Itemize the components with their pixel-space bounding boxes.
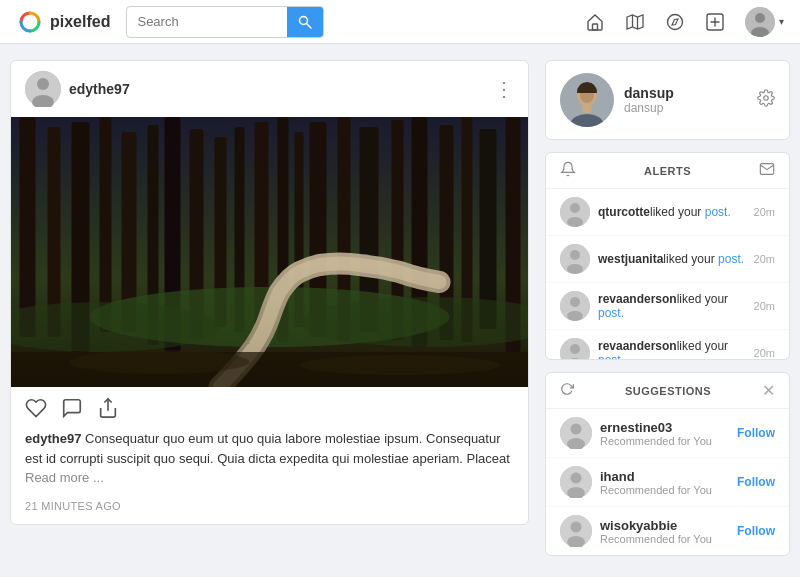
post-header: edythe97 ⋮ [11,61,528,117]
post-timestamp: 21 MINUTES AGO [11,496,528,524]
profile-handle: dansup [624,101,747,115]
svg-rect-17 [20,117,36,337]
search-input[interactable] [127,14,287,29]
search-button[interactable] [287,6,323,38]
search-icon [298,15,312,29]
pixelfed-logo [16,8,44,36]
nav-user-menu[interactable]: ▾ [745,7,784,37]
alert-item: qturcotteliked your post. 20m [546,189,789,236]
suggestion-name: ihand [600,469,729,484]
right-panel: dansup dansup ALERTS [545,60,790,556]
alert-item: revaandersonliked your post. 20m [546,283,789,330]
suggestion-item: wisokyabbie Recommended for You Follow [546,507,789,555]
alert-time: 20m [754,253,775,265]
alert-item: westjuanitaliked your post. 20m [546,236,789,283]
comment-button[interactable] [61,397,83,419]
svg-point-71 [571,522,582,533]
suggestion-avatar [560,417,592,449]
feed-column: edythe97 ⋮ [10,60,529,525]
suggestion-info: ihand Recommended for You [600,469,729,496]
alert-text: revaandersonliked your post. [598,292,746,320]
brand: pixelfed [16,8,110,36]
suggestion-sub: Recommended for You [600,484,729,496]
alert-text: revaandersonliked your post. [598,339,746,359]
suggestion-name: wisokyabbie [600,518,729,533]
svg-point-54 [567,217,583,227]
suggestion-item: ernestine03 Recommended for You Follow [546,409,789,458]
svg-point-57 [567,264,583,274]
suggestions-title: SUGGESTIONS [574,385,762,397]
message-icon[interactable] [759,161,775,180]
svg-line-2 [307,23,312,28]
suggestion-avatar [560,466,592,498]
svg-point-14 [37,78,49,90]
alerts-card: ALERTS qturcotteliked your post. [545,152,790,360]
post-more-button[interactable]: ⋮ [494,77,514,101]
suggestion-avatar [560,515,592,547]
follow-button[interactable]: Follow [737,524,775,538]
map-icon[interactable] [625,12,645,32]
alerts-header: ALERTS [546,153,789,189]
search-container [126,6,324,38]
alert-text: qturcotteliked your post. [598,205,746,219]
suggestion-name: ernestine03 [600,420,729,435]
read-more-link[interactable]: Read more ... [25,470,104,485]
nav-avatar [745,7,775,37]
alert-avatar [560,197,590,227]
share-button[interactable] [97,397,119,419]
post-username: edythe97 [69,81,130,97]
follow-button[interactable]: Follow [737,426,775,440]
svg-point-59 [570,297,580,307]
svg-point-60 [567,311,583,321]
alert-avatar [560,244,590,274]
post-user-info: edythe97 [25,71,130,107]
profile-name: dansup [624,85,747,101]
suggestions-card: SUGGESTIONS ✕ ernestine03 Recommended fo… [545,372,790,556]
svg-point-65 [571,424,582,435]
refresh-icon[interactable] [560,382,574,399]
suggestion-item: ihand Recommended for You Follow [546,458,789,507]
alert-avatar [560,291,590,321]
alert-item: revaandersonliked your post. 20m [546,330,789,359]
alerts-title: ALERTS [576,165,759,177]
post-actions [11,387,528,425]
svg-point-51 [764,96,769,101]
post-image [11,117,528,387]
navbar: pixelfed [0,0,800,44]
svg-rect-20 [100,117,112,332]
like-button[interactable] [25,397,47,419]
post-avatar [25,71,61,107]
alert-text: westjuanitaliked your post. [598,252,746,266]
svg-point-53 [570,203,580,213]
svg-point-44 [300,355,500,375]
alerts-list: qturcotteliked your post. 20m westjuanit… [546,189,789,359]
svg-point-43 [70,350,250,374]
suggestion-sub: Recommended for You [600,533,729,545]
caption-username: edythe97 [25,431,81,446]
svg-rect-49 [582,105,592,113]
new-post-icon[interactable] [705,12,725,32]
alert-time: 20m [754,347,775,359]
compass-icon[interactable] [665,12,685,32]
settings-icon[interactable] [757,89,775,111]
suggestion-info: wisokyabbie Recommended for You [600,518,729,545]
alert-avatar [560,338,590,359]
svg-point-11 [755,13,765,23]
bell-icon[interactable] [560,161,576,180]
nav-chevron-icon: ▾ [779,16,784,27]
main-layout: edythe97 ⋮ [0,44,800,572]
nav-icons: ▾ [585,7,784,37]
forest-svg [11,117,528,387]
caption-text: Consequatur quo eum ut quo quia labore m… [25,431,510,466]
profile-info: dansup dansup [624,85,747,115]
close-suggestions-button[interactable]: ✕ [762,381,775,400]
post-caption: edythe97 Consequatur quo eum ut quo quia… [11,425,528,496]
home-icon[interactable] [585,12,605,32]
svg-rect-3 [593,24,598,30]
svg-point-68 [571,473,582,484]
follow-button[interactable]: Follow [737,475,775,489]
suggestion-sub: Recommended for You [600,435,729,447]
suggestion-info: ernestine03 Recommended for You [600,420,729,447]
suggestions-header: SUGGESTIONS ✕ [546,373,789,409]
svg-point-56 [570,250,580,260]
